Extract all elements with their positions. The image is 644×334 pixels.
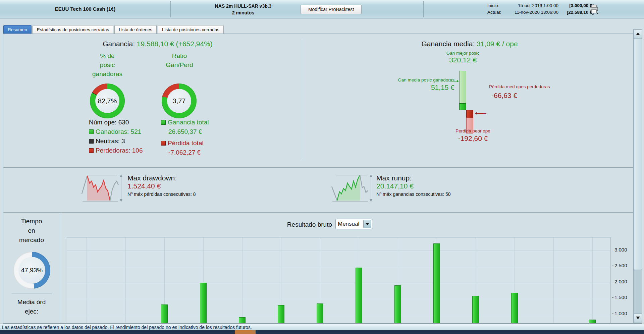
actual-row: Actual: 11-nov-2020 13:06:00 [22.588,10 … [463,9,594,16]
red-square-icon [161,141,166,146]
scroll-up-button[interactable] [634,30,642,38]
resultado-bruto-label: Resultado bruto [238,221,332,228]
ganancia-total-label: Ganancia total [161,118,209,127]
result-bar [278,305,284,323]
result-bar [472,296,479,323]
runup-title: Max runup: [376,174,450,182]
perdedoras-row: Perdedoras: 106 [89,146,143,155]
drawdown-block: Max drawdown: 1.524,40 € Nº máx pérdidas… [127,174,196,197]
green-square-icon [89,129,94,134]
runup-chart-icon [330,173,374,205]
tab-estadisticas-posiciones-cerradas[interactable]: Estadísticas de posiciones cerradas [33,25,113,34]
chart-gridline [67,266,610,266]
inicio-row: Inicio: 15-oct-2019 1:00:00 [3.000,00 €] [463,2,594,9]
worst-trade-label: Perdida peor ope [443,128,503,133]
market-time-donut: 47,93% [13,252,50,289]
ganancia-label: Ganancia: [103,40,135,48]
result-bar [161,304,168,323]
printer-icon[interactable] [589,4,599,14]
chart-gridline [67,298,610,298]
period-dropdown-value: Mensual [336,221,363,227]
modificar-probacktest-button[interactable]: Modificar ProBacktest [301,5,362,14]
drawdown-consecutive: Nº máx pérdidas consecutivas: 8 [127,191,196,197]
perdida-total-value: -7.062,27 € [161,148,209,157]
y-axis-tick: 1.500 [612,294,627,300]
actual-label: Actual: [487,9,505,16]
best-trade-label: Gan mejor posic [436,51,490,56]
period-dropdown[interactable]: Mensual [335,219,372,229]
result-bar [394,285,401,323]
ganancia-total-value: 26.650,37 € [161,127,209,136]
black-square-icon [89,139,94,144]
result-bar [317,303,323,323]
neutras-row: Neutras: 3 [89,136,143,146]
worst-trade-value: -192,60 € [443,134,503,143]
drawdown-chart-icon [80,173,124,205]
strategy-name: NAS 2m HULL-SAR v3b.3 [188,3,299,9]
tab-lista-posiciones-cerradas[interactable]: Lista de posiciones cerradas [158,25,224,34]
result-bar [511,293,518,323]
dropdown-arrow-button[interactable] [363,220,371,228]
inicio-label: Inicio: [487,2,505,9]
result-bar [433,243,440,323]
avg-loss-label: Pérdida med opes perdedoras [489,84,550,89]
y-axis-tick: 1.000 [612,311,627,316]
operations-legend: Núm ope: 630 Ganadoras: 521 Neutras: 3 P… [89,118,143,155]
ganancia-media-label: Ganancia media: [421,40,475,48]
divider [12,293,52,293]
inicio-date: 15-oct-2019 1:00:00 [505,2,558,9]
tab-resumen[interactable]: Resumen [3,25,32,34]
ratio-column-label: Ratio Gan/Perd [151,51,208,69]
disclaimer-text: Las estadísticas se refieren a los datos… [2,325,252,330]
ganancia-title: Ganancia: 19.588,10 € (+652,94%) [44,40,272,48]
ratio-donut: 3,77 [162,84,197,118]
green-square-icon [161,120,166,125]
arrow-down-icon [636,317,640,319]
instrument-title: EEUU Tech 100 Cash (1€) [0,0,170,18]
chart-gridline [67,314,610,314]
ganancia-value: 19.588,10 € (+652,94%) [137,40,213,48]
status-bar: Las estadísticas se refieren a los datos… [0,324,644,330]
y-axis-tick: 3.000 [612,247,627,253]
strategy-title: NAS 2m HULL-SAR v3b.3 2 minutos [188,2,299,17]
chevron-down-icon [365,223,369,225]
chart-gridline [67,250,610,250]
scrollbar-thumb[interactable] [634,39,642,270]
avg-win-label: Gan media posic ganadoras [371,77,454,82]
win-pct-donut: 82,7% [90,84,125,118]
result-bar [356,268,362,323]
result-bar [589,320,596,323]
best-gain-bar [459,71,466,104]
header-divider [170,1,171,17]
best-trade-value: 320,12 € [436,56,490,64]
section-divider [3,167,641,168]
chart-gridline [67,282,610,282]
perdida-total-label: Pérdida total [161,138,209,148]
drawdown-title: Max drawdown: [127,174,196,182]
scroll-down-button[interactable] [634,314,642,322]
red-square-icon [89,148,94,153]
section-divider [302,40,302,161]
resumen-panel: Ganancia: 19.588,10 € (+652,94%) % de po… [3,34,642,324]
result-bar [200,283,207,323]
strategy-timeframe: 2 minutos [188,9,299,16]
result-bar [239,317,246,323]
drawdown-value: 1.524,40 € [127,182,196,190]
vertical-scrollbar[interactable] [633,29,642,323]
totals-legend: Ganancia total 26.650,37 € Pérdida total… [161,118,209,157]
probacktest-window: EEUU Tech 100 Cash (1€) NAS 2m HULL-SAR … [0,0,644,334]
y-axis-tick: 2.000 [612,279,627,284]
tab-lista-ordenes[interactable]: Lista de órdenes [114,25,157,34]
taskbar-accent [235,330,256,334]
y-axis-tick: 2.500 [612,263,627,268]
tab-bar: Resumen Estadísticas de posiciones cerra… [3,25,224,34]
header-divider [423,1,424,17]
runup-consecutive: Nº máx ganancias consecutivas: 50 [376,191,450,197]
section-divider [3,212,641,213]
ganancia-media-value: 31,09 € / ope [477,40,518,48]
avg-loss-value: -66,63 € [491,92,517,100]
arrow-up-icon [636,33,640,35]
market-time-value: 47,93% [21,267,43,274]
win-pct-column-label: % de posic ganadoras [79,51,136,78]
avg-win-arrow-icon [449,81,458,81]
